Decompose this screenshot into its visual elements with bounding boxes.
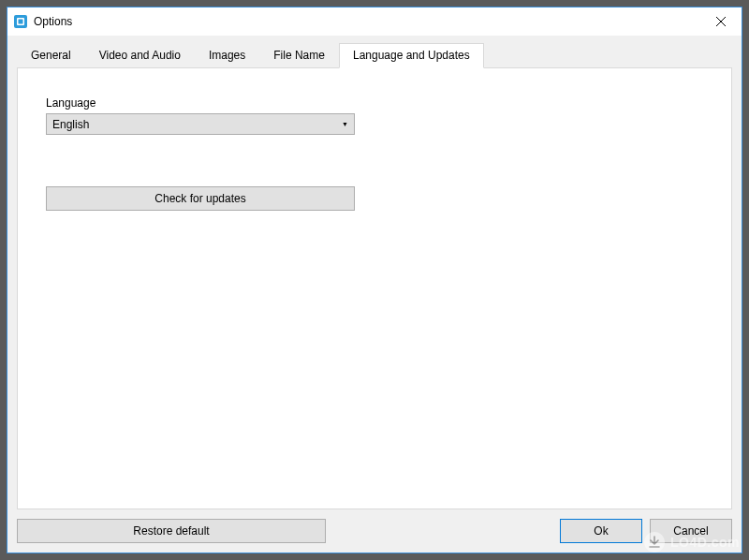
tab-content: Language English ▼ Check for updates xyxy=(17,67,732,509)
language-selected-value: English xyxy=(52,118,342,131)
client-area: General Video and Audio Images File Name… xyxy=(7,36,742,553)
close-icon xyxy=(716,17,726,26)
tab-language-updates[interactable]: Language and Updates xyxy=(339,43,484,68)
tab-images[interactable]: Images xyxy=(195,43,259,67)
tab-row: General Video and Audio Images File Name… xyxy=(17,43,732,67)
close-button[interactable] xyxy=(699,7,742,36)
tab-video-audio[interactable]: Video and Audio xyxy=(85,43,195,67)
svg-rect-2 xyxy=(19,20,23,24)
chevron-down-icon: ▼ xyxy=(342,121,348,127)
dialog-footer: Restore default Ok Cancel xyxy=(17,509,732,543)
titlebar: Options xyxy=(7,7,742,36)
check-updates-button[interactable]: Check for updates xyxy=(46,186,355,211)
window-title: Options xyxy=(34,15,699,28)
language-dropdown[interactable]: English ▼ xyxy=(46,113,355,135)
language-label: Language xyxy=(46,96,703,110)
tab-general[interactable]: General xyxy=(17,43,85,67)
restore-default-button[interactable]: Restore default xyxy=(17,519,326,543)
tab-file-name[interactable]: File Name xyxy=(259,43,339,67)
app-icon xyxy=(13,14,28,29)
cancel-button[interactable]: Cancel xyxy=(650,519,732,543)
options-window: Options General Video and Audio Images F… xyxy=(7,7,742,553)
ok-button[interactable]: Ok xyxy=(560,519,642,543)
